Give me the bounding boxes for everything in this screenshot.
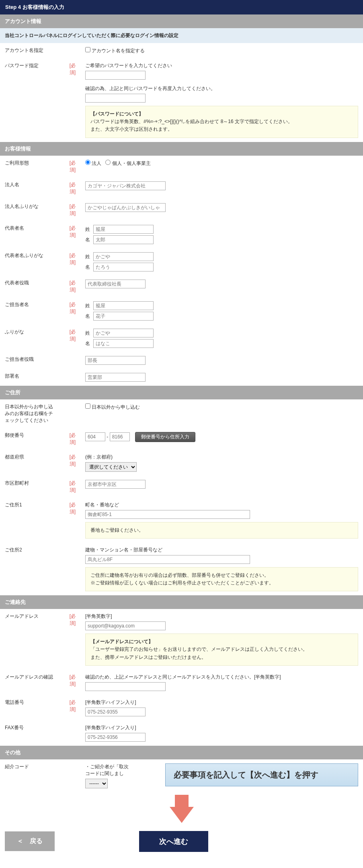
password-label: パスワード指定 — [0, 58, 60, 142]
rep-title-input[interactable] — [85, 280, 146, 288]
back-button[interactable]: ＜ 戻る — [5, 831, 55, 851]
zip-label: 郵便番号 — [0, 428, 60, 450]
rep-mei-kana-input[interactable] — [93, 263, 154, 272]
account-name-label: アカウント名指定 — [0, 43, 60, 58]
corp-name-input[interactable] — [85, 181, 166, 190]
fax-label: FAX番号 — [0, 720, 60, 746]
section-address: ご住所 — [0, 386, 363, 399]
rep-sei-input[interactable] — [93, 225, 154, 234]
arrow-icon — [175, 795, 189, 807]
corp-kana-req: [必須] — [60, 199, 80, 221]
city-label: 市区郡町村 — [0, 476, 60, 498]
email-confirm-hint: 確認のため、上記メールアドレスと同じメールアドレスを入力してください。[半角英数… — [85, 674, 358, 681]
email-input[interactable] — [85, 621, 166, 630]
dept-input[interactable] — [85, 373, 146, 382]
contact-title-label: ご担当者役職 — [0, 352, 60, 369]
referral-text-line1: ・ご紹介者が「取次 — [85, 763, 129, 770]
addr1-req: [必須] — [60, 498, 80, 543]
contact-sei-kana-input[interactable] — [93, 329, 154, 337]
contact-mei-input[interactable] — [93, 312, 154, 321]
zip1-input[interactable] — [85, 432, 105, 441]
usage-corp-radio[interactable] — [85, 160, 90, 165]
tel-input[interactable] — [85, 708, 146, 716]
email-note-title: 【メールアドレスについて】 — [90, 638, 353, 646]
addr2-input[interactable] — [85, 555, 250, 564]
usage-indiv-text: 個人・個人事業主 — [112, 160, 151, 166]
email-note-line1: 「ユーザー登録完了のお知らせ」をお送りしますので、メールアドレスは正しく入力して… — [90, 646, 353, 653]
contact-kana-req: [必須] — [60, 325, 80, 352]
corp-kana-input[interactable] — [85, 203, 166, 212]
usage-indiv-label[interactable]: 個人・個人事業主 — [105, 160, 150, 166]
password-hint1: ご希望のパスワードを入力してください — [85, 62, 358, 69]
overseas-checkbox-label[interactable]: 日本以外から申し込む — [85, 404, 140, 410]
fax-input[interactable] — [85, 733, 146, 742]
mei-label-4: 名 — [85, 340, 93, 347]
rep-name-req: [必須] — [60, 221, 80, 248]
referral-select[interactable]: ------ — [85, 779, 108, 788]
addr2-note-line2: ※ご登録情報が正しくない場合にはご利用を停止させていただくことがございます。 — [90, 579, 353, 587]
mei-label-3: 名 — [85, 313, 93, 320]
zip2-input[interactable] — [110, 432, 130, 441]
pref-select[interactable]: 選択してください — [85, 462, 137, 472]
account-name-checkbox-label[interactable]: アカウント名を指定する — [85, 48, 145, 53]
password-note: 【パスワードについて】 パスワードは半角英数、#%=-+:?_<>[]{}()^… — [85, 106, 358, 138]
email-note: 【メールアドレスについて】 「ユーザー登録完了のお知らせ」をお送りしますので、メ… — [85, 634, 358, 666]
addr2-label: ご住所2 — [0, 543, 60, 595]
zip-req: [必須] — [60, 428, 80, 450]
account-name-checkbox-text: アカウント名を指定する — [92, 48, 145, 53]
account-name-checkbox[interactable] — [85, 47, 90, 52]
usage-indiv-radio[interactable] — [105, 160, 111, 165]
corp-name-req: [必須] — [60, 177, 80, 199]
email-confirm-label: メールアドレスの確認 — [0, 670, 60, 695]
zip-sep: - — [107, 434, 108, 440]
referral-text-line2: コードに関しまし — [85, 770, 129, 777]
next-button[interactable]: 次へ進む — [139, 831, 208, 852]
password-confirm-input[interactable] — [85, 94, 146, 103]
contact-name-label: ご担当者名 — [0, 297, 60, 325]
password-note-line2: また、大文字小文字は区別されます。 — [90, 125, 353, 133]
usage-corp-label[interactable]: 法人 — [85, 160, 101, 166]
contact-sei-input[interactable] — [93, 301, 154, 310]
contact-title-input[interactable] — [85, 356, 146, 365]
rep-name-label: 代表者名 — [0, 221, 60, 248]
password-input[interactable] — [85, 71, 146, 80]
email-label: メールアドレス — [0, 609, 60, 670]
callout-instruction: 必要事項を記入して【次へ進む】を押す — [165, 763, 358, 786]
mei-label: 名 — [85, 237, 93, 243]
email-confirm-req: [必須] — [60, 670, 80, 695]
password-note-line1: パスワードは半角英数、#%=-+:?_<>[]{}()^!,.を組み合わせて 8… — [90, 118, 353, 125]
contact-mei-kana-input[interactable] — [93, 339, 154, 348]
referral-label: 紹介コード — [0, 759, 60, 792]
overseas-checkbox-text: 日本以外から申し込む — [92, 404, 140, 410]
rep-sei-kana-input[interactable] — [93, 252, 154, 261]
email-hint: [半角英数字] — [85, 613, 358, 620]
rep-mei-input[interactable] — [93, 235, 154, 244]
tel-req: [必須] — [60, 695, 80, 720]
rep-title-label: 代表者役職 — [0, 276, 60, 297]
corp-name-label: 法人名 — [0, 177, 60, 199]
sei-label-2: 姓 — [85, 253, 93, 260]
pref-hint: (例：京都府) — [85, 454, 358, 461]
dept-label: 部署名 — [0, 369, 60, 386]
pref-label: 都道府県 — [0, 450, 60, 476]
step-header: Step 4 お客様情報の入力 — [0, 0, 363, 14]
rep-kana-req: [必須] — [60, 248, 80, 276]
addr2-hint: 建物・マンション名・部屋番号など — [85, 547, 358, 553]
overseas-checkbox[interactable] — [85, 403, 90, 409]
city-input[interactable] — [85, 480, 146, 489]
zip-lookup-button[interactable]: 郵便番号から住所入力 — [135, 432, 195, 442]
rep-kana-label: 代表者名ふりがな — [0, 248, 60, 276]
usage-type-label: ご利用形態 — [0, 156, 60, 177]
account-info-bar: 当社コントロールパネルにログインしていただく際に必要なログイン情報の設定 — [0, 28, 363, 43]
sei-label: 姓 — [85, 226, 93, 233]
addr1-label: ご住所1 — [0, 498, 60, 543]
addr1-input[interactable] — [85, 510, 250, 519]
city-req: [必須] — [60, 476, 80, 498]
email-confirm-input[interactable] — [85, 682, 166, 691]
arrow-down-icon — [170, 807, 194, 823]
tel-hint: [半角数字ハイフン入り] — [85, 699, 358, 706]
overseas-label: 日本以外からお申し込みのお客様は右欄をチェックしてください — [0, 399, 60, 428]
contact-name-req: [必須] — [60, 297, 80, 325]
email-req: [必須] — [60, 609, 80, 670]
password-note-title: 【パスワードについて】 — [90, 110, 353, 118]
